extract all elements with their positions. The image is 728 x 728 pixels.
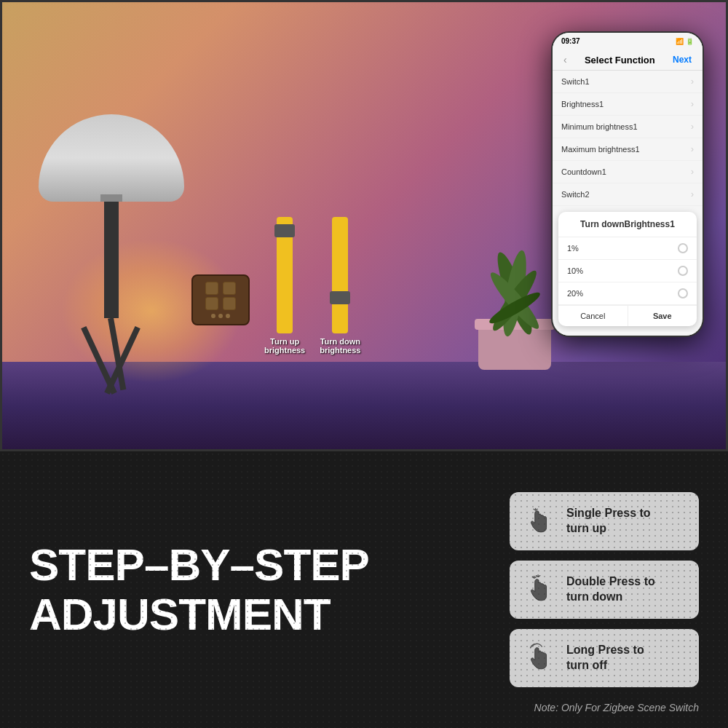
lamp-body	[104, 202, 119, 318]
nav-next-button[interactable]: Next	[673, 55, 692, 65]
menu-arrow-icon: ›	[691, 189, 694, 199]
single-press-icon	[521, 504, 556, 539]
main-container: Turn up brightness Turn down brightness	[0, 0, 728, 728]
press-actions: Single Press to turn up Double Press to …	[510, 492, 699, 687]
menu-item-countdown[interactable]: Countdown1 ›	[553, 161, 703, 183]
switch-btn	[205, 297, 218, 310]
phone-status-bar: 09:37 📶 🔋	[553, 33, 703, 50]
nav-title: Select Function	[585, 55, 655, 66]
switch-btn	[223, 297, 236, 310]
cancel-button[interactable]: Cancel	[558, 306, 628, 326]
brightness-bars: Turn up brightness Turn down brightness	[264, 217, 360, 355]
action-text-double: Double Press to turn down	[566, 574, 655, 605]
menu-item-min-brightness[interactable]: Minimum brightness1 ›	[553, 116, 703, 138]
menu-arrow-icon: ›	[691, 144, 694, 154]
dialog-buttons: Cancel Save	[558, 305, 697, 326]
bar-up-label: Turn up brightness	[264, 337, 305, 355]
lamp-legs	[39, 318, 184, 376]
action-card-double: Double Press to turn down	[510, 561, 699, 619]
nav-back-button[interactable]: ‹	[563, 54, 567, 66]
bar-up-track	[277, 217, 293, 333]
bottom-section: STEP–BY–STEP ADJUSTMENT Single Press to …	[0, 451, 728, 728]
scene-area: Turn up brightness Turn down brightness	[0, 0, 728, 451]
menu-item-switch2[interactable]: Switch2 ›	[553, 183, 703, 206]
lamp	[39, 114, 184, 376]
wall-switch	[191, 274, 250, 325]
headline-line1: STEP–BY–STEP	[29, 540, 495, 590]
note-text: Note: Only For Zigbee Scene Switch	[534, 702, 699, 713]
dialog-title: Turn downBrightness1	[558, 212, 697, 237]
menu-arrow-icon: ›	[691, 122, 694, 132]
phone-time: 09:37	[561, 37, 580, 45]
switch-btn	[205, 282, 218, 295]
long-press-icon	[521, 641, 556, 676]
phone-mockup: 09:37 📶 🔋 ‹ Select Function Next Switch1…	[551, 31, 704, 337]
phone-nav-bar: ‹ Select Function Next	[553, 50, 703, 71]
dialog-overlay: Turn downBrightness1 1% 10% 20% Canc	[558, 212, 697, 326]
menu-item-switch1[interactable]: Switch1 ›	[553, 71, 703, 93]
phone-screen: 09:37 📶 🔋 ‹ Select Function Next Switch1…	[553, 33, 703, 336]
phone-icons: 📶 🔋	[676, 38, 694, 45]
bar-handle-bottom	[330, 291, 350, 304]
action-text-long: Long Press to turn off	[566, 643, 644, 673]
menu-arrow-icon: ›	[691, 99, 694, 109]
bar-down-container: Turn down brightness	[320, 217, 360, 355]
menu-arrow-icon: ›	[691, 76, 694, 87]
bar-down-label: Turn down brightness	[320, 337, 360, 355]
menu-item-brightness1[interactable]: Brightness1 ›	[553, 93, 703, 116]
bar-handle-top	[274, 224, 295, 237]
radio-10pct[interactable]	[678, 266, 688, 276]
action-text-single: Single Press to turn up	[566, 506, 651, 537]
headline: STEP–BY–STEP ADJUSTMENT	[29, 540, 495, 639]
save-button[interactable]: Save	[628, 306, 697, 326]
switch-btn	[223, 282, 236, 295]
bar-down-track	[332, 217, 348, 333]
dialog-option-10[interactable]: 10%	[558, 260, 697, 282]
action-card-single: Single Press to turn up	[510, 492, 699, 550]
plant-svg	[464, 228, 566, 373]
lamp-shade	[39, 114, 184, 202]
action-card-long: Long Press to turn off	[510, 629, 699, 687]
radio-20pct[interactable]	[678, 288, 688, 298]
double-press-icon	[521, 572, 556, 607]
bar-up-container: Turn up brightness	[264, 217, 305, 355]
headline-line2: ADJUSTMENT	[29, 590, 495, 639]
menu-item-max-brightness[interactable]: Maximum brightness1 ›	[553, 138, 703, 161]
plant	[464, 228, 566, 376]
power-on-item[interactable]: Power-on Status Setting ›	[553, 332, 703, 336]
dialog-option-20[interactable]: 20%	[558, 282, 697, 305]
menu-arrow-icon: ›	[691, 167, 694, 177]
dialog-option-1[interactable]: 1%	[558, 237, 697, 260]
radio-1pct[interactable]	[678, 243, 688, 253]
